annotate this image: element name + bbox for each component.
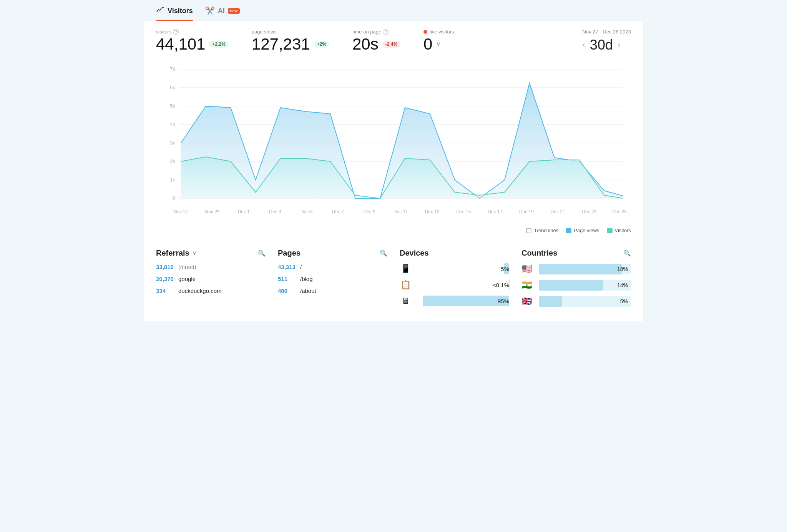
- svg-text:Dec 1: Dec 1: [238, 209, 250, 214]
- stat-live-visitors: live visitors 0 ∨: [423, 29, 454, 53]
- device-pct-0: 5%: [501, 266, 509, 272]
- devices-header: Devices: [400, 249, 509, 258]
- live-dot: [423, 30, 427, 34]
- referral-label-3: duckduckgo.com: [178, 288, 222, 294]
- page-label-3: /about: [300, 288, 316, 294]
- next-period-button[interactable]: ›: [618, 40, 620, 50]
- visitors-info-icon[interactable]: ?: [173, 29, 179, 35]
- legend-visitors[interactable]: Visitors: [607, 228, 631, 233]
- legend-page-views[interactable]: Page views: [566, 228, 599, 233]
- pageviews-value: 127,231 +2%: [252, 35, 329, 53]
- visitors-icon: [156, 7, 164, 15]
- time-value: 20s -2.4%: [352, 35, 400, 53]
- page-label-2: /blog: [300, 276, 313, 282]
- country-item-2: 🇬🇧 5%: [521, 296, 631, 307]
- country-item-0: 🇺🇸 18%: [521, 264, 631, 274]
- stat-visitors: visitors ? 44,101 +2.2%: [156, 29, 229, 53]
- page-views-legend-label: Page views: [574, 228, 599, 233]
- countries-search-icon[interactable]: 🔍: [623, 249, 631, 257]
- country-bar-0: 18%: [539, 264, 631, 274]
- referral-item-3: 334 duckduckgo.com: [156, 288, 266, 294]
- svg-text:4k: 4k: [170, 121, 175, 127]
- pages-title: Pages: [278, 249, 301, 258]
- ai-badge: new: [228, 8, 240, 14]
- referrals-section: Referrals ∨ 🔍 33,810 (direct) 20,370 goo…: [156, 249, 266, 312]
- svg-text:2k: 2k: [170, 158, 175, 164]
- svg-text:Dec 13: Dec 13: [425, 209, 440, 214]
- referrals-title: Referrals ∨: [156, 249, 196, 258]
- svg-text:Dec 19: Dec 19: [519, 209, 534, 214]
- country-bar-1: 14%: [539, 280, 631, 291]
- page-value-2[interactable]: 511: [278, 276, 296, 282]
- referral-value-3[interactable]: 334: [156, 288, 174, 294]
- devices-section: Devices 📱 5% 📋 <0.1% 🖥 95%: [400, 249, 509, 312]
- referral-label-2: google: [178, 276, 196, 282]
- svg-text:Nov 29: Nov 29: [205, 209, 220, 214]
- device-pct-1: <0.1%: [493, 282, 509, 288]
- referrals-search-icon[interactable]: 🔍: [258, 249, 266, 257]
- live-label: live visitors: [423, 29, 454, 35]
- time-label: time on page ?: [352, 29, 400, 35]
- svg-text:3k: 3k: [170, 140, 175, 146]
- referral-item-2: 20,370 google: [156, 276, 266, 282]
- country-item-1: 🇮🇳 14%: [521, 280, 631, 291]
- pages-search-icon[interactable]: 🔍: [380, 249, 387, 257]
- time-info-icon[interactable]: ?: [383, 29, 389, 35]
- country-bar-fill-0: [539, 264, 622, 274]
- visitors-legend-label: Visitors: [615, 228, 631, 233]
- country-bar-2: 5%: [539, 296, 631, 307]
- pages-section: Pages 🔍 43,313 / 511 /blog 480 /about: [278, 249, 387, 312]
- visitors-checkbox[interactable]: [607, 228, 613, 233]
- visitors-change: +2.2%: [209, 41, 228, 48]
- tab-ai[interactable]: ✂️ AI new: [205, 6, 240, 21]
- device-icon-1: 📋: [400, 280, 411, 290]
- period-value: 30d: [590, 37, 613, 53]
- visitors-chart: 7k 6k 5k 4k 3k 2k 1k 0: [156, 62, 631, 223]
- visitors-value: 44,101 +2.2%: [156, 35, 229, 53]
- legend-trend-lines[interactable]: Trend lines: [526, 228, 558, 233]
- page-label-1: /: [300, 264, 302, 270]
- tab-visitors-label: Visitors: [168, 7, 193, 15]
- live-value: 0 ∨: [423, 35, 454, 53]
- devices-title: Devices: [400, 249, 429, 258]
- pageviews-change: +2%: [314, 41, 329, 48]
- tab-visitors[interactable]: Visitors: [156, 7, 193, 21]
- device-rows: 📱 5% 📋 <0.1% 🖥 95%: [400, 264, 509, 306]
- prev-period-button[interactable]: ‹: [583, 40, 585, 50]
- country-pct-2: 5%: [620, 298, 628, 304]
- stat-pageviews: page views 127,231 +2%: [252, 29, 329, 53]
- country-bar-fill-2: [539, 296, 562, 307]
- trend-lines-checkbox[interactable]: [526, 228, 531, 233]
- page-value-3[interactable]: 480: [278, 288, 296, 294]
- date-range-label: Nov 27 - Dec 26 2023: [583, 29, 631, 35]
- country-bar-fill-1: [539, 280, 603, 291]
- page-views-checkbox[interactable]: [566, 228, 571, 233]
- svg-text:Dec 3: Dec 3: [269, 209, 281, 214]
- time-change: -2.4%: [382, 41, 400, 48]
- svg-text:Dec 11: Dec 11: [394, 209, 408, 214]
- live-arrow-icon[interactable]: ∨: [436, 41, 441, 48]
- country-flag-0: 🇺🇸: [521, 264, 535, 274]
- svg-text:Dec 9: Dec 9: [364, 209, 376, 214]
- pageviews-label: page views: [252, 29, 329, 35]
- chart-area: 7k 6k 5k 4k 3k 2k 1k 0: [144, 58, 643, 224]
- page-item-2: 511 /blog: [278, 276, 387, 282]
- country-flag-2: 🇬🇧: [521, 296, 535, 306]
- country-flag-1: 🇮🇳: [521, 280, 535, 290]
- referrals-chevron-icon[interactable]: ∨: [193, 250, 196, 256]
- device-pct-2: 95%: [498, 298, 509, 304]
- stat-time-on-page: time on page ? 20s -2.4%: [352, 29, 400, 53]
- referral-value-1[interactable]: 33,810: [156, 264, 174, 270]
- device-item-0: 📱 5%: [400, 264, 509, 274]
- countries-title: Countries: [521, 249, 557, 258]
- pages-header: Pages 🔍: [278, 249, 387, 258]
- svg-text:Dec 7: Dec 7: [332, 209, 344, 214]
- page-item-3: 480 /about: [278, 288, 387, 294]
- page-value-1[interactable]: 43,313: [278, 264, 296, 270]
- referral-value-2[interactable]: 20,370: [156, 276, 174, 282]
- device-item-1: 📋 <0.1%: [400, 280, 509, 290]
- ai-icon: ✂️: [205, 6, 215, 15]
- svg-text:Dec 17: Dec 17: [488, 209, 502, 214]
- referral-label-1: (direct): [178, 264, 196, 270]
- svg-text:5k: 5k: [170, 103, 175, 109]
